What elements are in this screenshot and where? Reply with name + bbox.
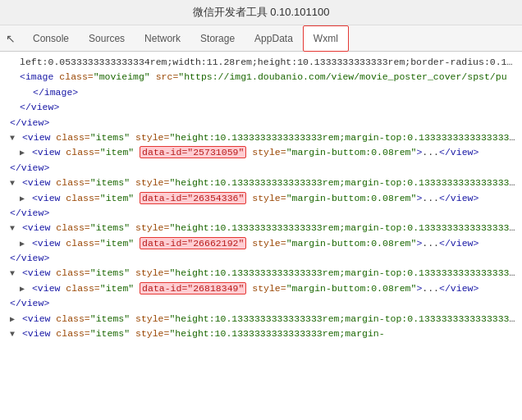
code-line: left:0.0533333333333334rem;width:11.28re…: [7, 55, 515, 70]
code-block: ▶ <view class="items" style="height:10.1…: [7, 312, 515, 326]
tab-wxml[interactable]: Wxml: [303, 25, 349, 52]
data-id-badge: data-id="26354336": [140, 192, 246, 204]
cursor-icon: ↖: [3, 31, 18, 46]
code-block: ▼ <view class="items" style="height:10.1…: [7, 221, 515, 266]
code-block-open: ▼ <view class="items" style="height:10.1…: [7, 221, 515, 235]
collapse-arrow[interactable]: ▼: [10, 224, 15, 233]
code-child-line: ▶ <view class="item" data-id="26818349" …: [7, 281, 515, 296]
expand-arrow[interactable]: ▶: [20, 240, 25, 249]
tab-bar: ↖ Console Sources Network Storage AppDat…: [0, 25, 522, 52]
code-child-line: ▶ <view class="item" data-id="25731059" …: [7, 145, 515, 160]
tab-storage[interactable]: Storage: [190, 25, 245, 52]
data-id-badge: data-id="25731059": [140, 146, 246, 158]
code-block: ▼ <view class="items" style="height:10.1…: [7, 326, 515, 341]
code-block: ▼ <view class="items" style="height:10.1…: [7, 266, 515, 311]
collapse-arrow[interactable]: ▼: [10, 134, 15, 143]
collapse-arrow[interactable]: ▼: [10, 330, 15, 339]
code-block-open: ▼ <view class="items" style="height:10.1…: [7, 130, 515, 145]
code-block-close: </view>: [7, 161, 515, 176]
expand-arrow[interactable]: ▶: [20, 285, 25, 294]
code-block: ▼ <view class="items" style="height:10.1…: [7, 130, 515, 176]
code-block-close: </view>: [7, 251, 515, 266]
tab-appdata[interactable]: AppData: [245, 25, 303, 52]
code-child-line: ▶ <view class="item" data-id="26354336" …: [7, 191, 515, 206]
collapse-arrow[interactable]: ▼: [10, 179, 15, 188]
expand-arrow[interactable]: ▶: [10, 315, 15, 324]
data-id-badge: data-id="26662192": [140, 237, 246, 249]
code-line: <image class="movieimg" src="https://img…: [7, 70, 515, 84]
tab-sources[interactable]: Sources: [79, 25, 135, 52]
code-block-open: ▼ <view class="items" style="height:10.1…: [7, 176, 515, 190]
code-content: left:0.0533333333333334rem;width:11.28re…: [0, 52, 522, 419]
code-child-line: ▶ <view class="item" data-id="26662192" …: [7, 236, 515, 251]
app-title: 微信开发者工具 0.10.101100: [193, 6, 330, 18]
code-block-close: </view>: [7, 296, 515, 311]
code-line: </image>: [7, 85, 515, 100]
expand-arrow[interactable]: ▶: [20, 194, 25, 203]
code-line: ▶ <view class="items" style="height:10.1…: [7, 312, 515, 326]
code-line: </view>: [7, 100, 515, 115]
code-line: </view>: [7, 116, 515, 130]
code-line: ▼ <view class="items" style="height:10.1…: [7, 326, 515, 341]
collapse-arrow[interactable]: ▼: [10, 269, 15, 278]
data-id-badge: data-id="26818349": [140, 282, 246, 294]
tab-network[interactable]: Network: [135, 25, 190, 52]
title-bar: 微信开发者工具 0.10.101100: [0, 0, 522, 25]
tab-console[interactable]: Console: [23, 25, 79, 52]
code-block-open: ▼ <view class="items" style="height:10.1…: [7, 266, 515, 281]
code-block-close: </view>: [7, 206, 515, 221]
code-block: ▼ <view class="items" style="height:10.1…: [7, 176, 515, 221]
expand-arrow[interactable]: ▶: [20, 148, 25, 158]
